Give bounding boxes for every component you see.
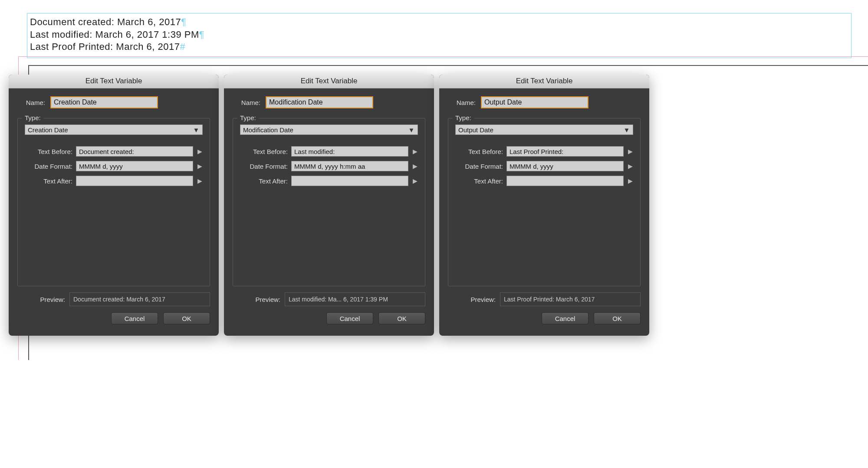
ok-button[interactable]: OK bbox=[378, 312, 425, 324]
text-after-label: Text After: bbox=[240, 177, 288, 185]
flyout-icon[interactable]: ▶ bbox=[412, 163, 418, 170]
name-label: Name: bbox=[17, 99, 45, 106]
type-label: Type: bbox=[237, 114, 259, 121]
flyout-icon[interactable]: ▶ bbox=[197, 148, 203, 155]
doc-line-3: Last Proof Printed: March 6, 2017# bbox=[30, 41, 848, 53]
edit-text-variable-dialog: Edit Text Variable Name: Type: Creation … bbox=[9, 75, 219, 336]
chevron-down-icon: ▼ bbox=[408, 126, 415, 134]
date-format-input[interactable] bbox=[76, 161, 193, 171]
date-format-label: Date Format: bbox=[240, 163, 288, 170]
doc-text-1: Document created: March 6, 2017 bbox=[30, 16, 181, 27]
cancel-button[interactable]: Cancel bbox=[326, 312, 373, 324]
type-dropdown[interactable]: Modification Date ▼ bbox=[240, 124, 418, 135]
flyout-icon[interactable]: ▶ bbox=[197, 163, 203, 170]
date-format-input[interactable] bbox=[506, 161, 624, 171]
text-before-label: Text Before: bbox=[455, 148, 503, 155]
text-before-label: Text Before: bbox=[240, 148, 288, 155]
type-value: Creation Date bbox=[28, 126, 68, 134]
text-after-label: Text After: bbox=[25, 177, 72, 185]
text-before-input[interactable] bbox=[506, 146, 624, 157]
flyout-icon[interactable]: ▶ bbox=[627, 148, 633, 155]
text-frame[interactable]: Document created: March 6, 2017¶ Last mo… bbox=[27, 13, 852, 58]
doc-text-3: Last Proof Printed: March 6, 2017 bbox=[30, 41, 180, 52]
type-value: Modification Date bbox=[243, 126, 293, 134]
text-after-input[interactable] bbox=[506, 176, 624, 186]
preview-label: Preview: bbox=[233, 296, 280, 303]
preview-label: Preview: bbox=[17, 296, 65, 303]
dialog-title: Edit Text Variable bbox=[439, 75, 649, 88]
text-before-input[interactable] bbox=[291, 146, 408, 157]
flyout-icon[interactable]: ▶ bbox=[412, 148, 418, 155]
date-format-input[interactable] bbox=[291, 161, 408, 171]
cancel-button[interactable]: Cancel bbox=[111, 312, 158, 324]
ok-button[interactable]: OK bbox=[594, 312, 641, 324]
chevron-down-icon: ▼ bbox=[623, 126, 630, 134]
name-label: Name: bbox=[233, 99, 260, 106]
type-label: Type: bbox=[22, 114, 43, 121]
edit-text-variable-dialog: Edit Text Variable Name: Type: Output Da… bbox=[439, 75, 649, 336]
edit-text-variable-dialog: Edit Text Variable Name: Type: Modificat… bbox=[224, 75, 434, 336]
pilcrow-icon: ¶ bbox=[199, 29, 204, 40]
flyout-icon[interactable]: ▶ bbox=[412, 177, 418, 184]
name-input[interactable] bbox=[481, 96, 589, 108]
doc-line-2: Last modified: March 6, 2017 1:39 PM¶ bbox=[30, 29, 848, 41]
type-dropdown[interactable]: Creation Date ▼ bbox=[25, 124, 203, 135]
preview-text: Last Proof Printed: March 6, 2017 bbox=[504, 296, 595, 303]
cancel-button[interactable]: Cancel bbox=[542, 312, 589, 324]
text-before-input[interactable] bbox=[76, 146, 193, 157]
preview-text: Document created: March 6, 2017 bbox=[73, 296, 165, 303]
date-format-label: Date Format: bbox=[25, 163, 72, 170]
text-after-input[interactable] bbox=[76, 176, 193, 186]
flyout-icon[interactable]: ▶ bbox=[627, 177, 633, 184]
ok-button[interactable]: OK bbox=[163, 312, 210, 324]
pilcrow-icon: ¶ bbox=[181, 16, 186, 27]
text-before-label: Text Before: bbox=[25, 148, 72, 155]
flyout-icon[interactable]: ▶ bbox=[197, 177, 203, 184]
type-dropdown[interactable]: Output Date ▼ bbox=[455, 124, 633, 135]
preview-text: Last modified: Ma... 6, 2017 1:39 PM bbox=[289, 296, 388, 303]
text-after-input[interactable] bbox=[291, 176, 408, 186]
dialog-title: Edit Text Variable bbox=[224, 75, 434, 88]
type-label: Type: bbox=[453, 114, 474, 121]
chevron-down-icon: ▼ bbox=[193, 126, 200, 134]
flyout-icon[interactable]: ▶ bbox=[627, 163, 633, 170]
preview-label: Preview: bbox=[448, 296, 496, 303]
doc-line-1: Document created: March 6, 2017¶ bbox=[30, 16, 848, 29]
date-format-label: Date Format: bbox=[455, 163, 503, 170]
name-input[interactable] bbox=[266, 96, 373, 108]
name-label: Name: bbox=[448, 99, 476, 106]
preview-box: Last modified: Ma... 6, 2017 1:39 PM bbox=[285, 292, 425, 306]
doc-text-2: Last modified: March 6, 2017 1:39 PM bbox=[30, 29, 199, 40]
name-input[interactable] bbox=[50, 96, 158, 108]
preview-box: Document created: March 6, 2017 bbox=[69, 292, 210, 306]
preview-box: Last Proof Printed: March 6, 2017 bbox=[500, 292, 641, 306]
text-after-label: Text After: bbox=[455, 177, 503, 185]
type-value: Output Date bbox=[458, 126, 493, 134]
end-story-icon: # bbox=[180, 41, 185, 52]
dialog-title: Edit Text Variable bbox=[9, 75, 219, 88]
